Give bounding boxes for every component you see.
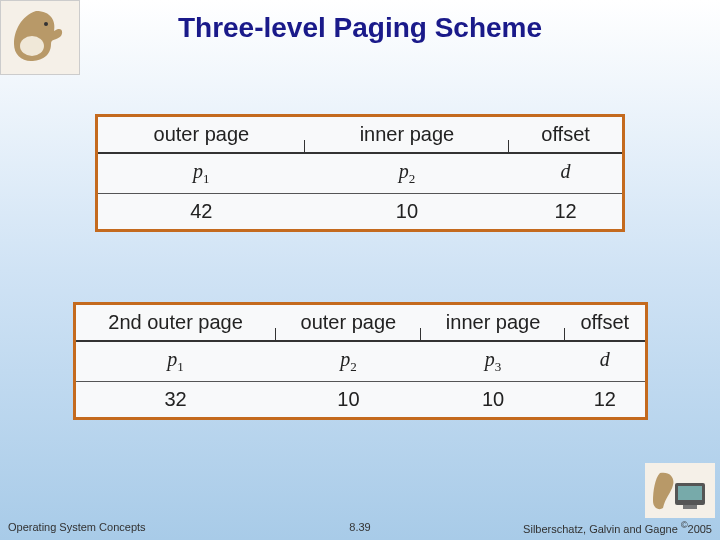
book-logo-top	[0, 0, 80, 75]
svg-rect-3	[678, 486, 702, 500]
symbol-cell: p3	[421, 341, 565, 382]
value-cell: 10	[305, 194, 509, 230]
col-header: offset	[565, 305, 644, 341]
footer-left-text: Operating System Concepts	[8, 521, 146, 533]
svg-point-0	[20, 36, 44, 56]
table-header-row: outer page inner page offset	[98, 117, 622, 153]
slide-title: Three-level Paging Scheme	[0, 0, 720, 44]
footer-copyright: Silberschatz, Galvin and Gagne ©2005	[523, 520, 712, 535]
symbol-cell: p2	[305, 153, 509, 194]
value-cell: 32	[76, 382, 276, 418]
book-logo-bottom	[645, 463, 715, 518]
slide-footer: Operating System Concepts 8.39 Silbersch…	[0, 518, 720, 536]
two-level-table: outer page inner page offset p1 p2 d 42 …	[95, 114, 625, 232]
symbol-row: p1 p2 p3 d	[76, 341, 645, 382]
value-cell: 12	[509, 194, 622, 230]
symbol-row: p1 p2 d	[98, 153, 622, 194]
value-cell: 12	[565, 382, 644, 418]
dinosaur-icon	[6, 6, 66, 66]
col-header: inner page	[421, 305, 565, 341]
col-header: inner page	[305, 117, 509, 153]
col-header: 2nd outer page	[76, 305, 276, 341]
symbol-cell: d	[565, 341, 644, 382]
symbol-cell: p1	[98, 153, 305, 194]
svg-rect-4	[683, 505, 697, 509]
col-header: offset	[509, 117, 622, 153]
value-row: 42 10 12	[98, 194, 622, 230]
symbol-cell: p1	[76, 341, 276, 382]
slide-number: 8.39	[349, 521, 370, 533]
value-cell: 10	[276, 382, 422, 418]
symbol-cell: d	[509, 153, 622, 194]
dinosaur-monitor-icon	[645, 463, 715, 518]
col-header: outer page	[276, 305, 422, 341]
table-header-row: 2nd outer page outer page inner page off…	[76, 305, 645, 341]
value-cell: 42	[98, 194, 305, 230]
symbol-cell: p2	[276, 341, 422, 382]
col-header: outer page	[98, 117, 305, 153]
three-level-table: 2nd outer page outer page inner page off…	[73, 302, 648, 420]
value-row: 32 10 10 12	[76, 382, 645, 418]
value-cell: 10	[421, 382, 565, 418]
svg-point-1	[44, 22, 48, 26]
